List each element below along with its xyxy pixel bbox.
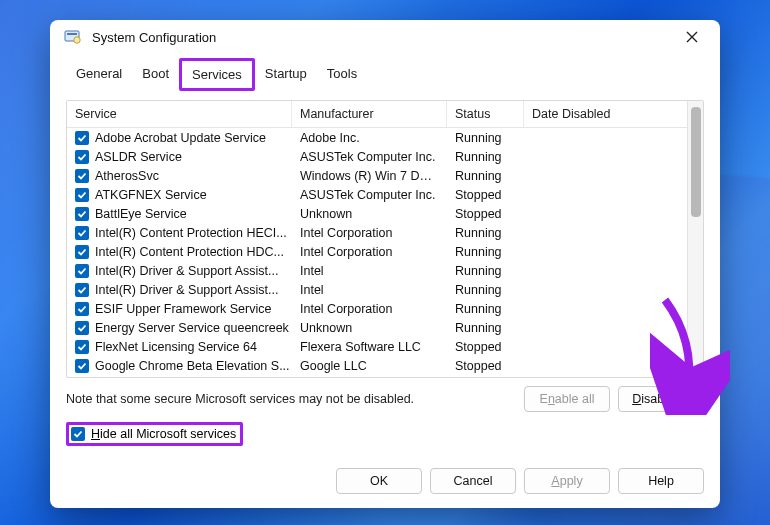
table-row[interactable]: FlexNet Licensing Service 64Flexera Soft… (67, 337, 687, 356)
service-status: Running (447, 223, 524, 242)
service-manufacturer: Flexera Software LLC (292, 337, 447, 356)
service-checkbox[interactable] (75, 283, 89, 297)
hide-microsoft-services-checkbox[interactable]: Hide all Microsoft services (66, 422, 243, 446)
service-date-disabled (524, 280, 664, 299)
service-status: Stopped (447, 337, 524, 356)
service-status: Running (447, 318, 524, 337)
table-row[interactable]: Intel(R) Driver & Support Assist...Intel… (67, 261, 687, 280)
window-title: System Configuration (92, 30, 216, 45)
service-status: Stopped (447, 204, 524, 223)
service-date-disabled (524, 299, 664, 318)
service-checkbox[interactable] (75, 226, 89, 240)
service-name: Energy Server Service queencreek (95, 321, 289, 335)
col-status[interactable]: Status (447, 101, 524, 127)
cancel-button[interactable]: Cancel (430, 468, 516, 494)
service-date-disabled (524, 242, 664, 261)
service-checkbox[interactable] (75, 245, 89, 259)
service-status: Running (447, 147, 524, 166)
close-button[interactable] (678, 23, 706, 51)
service-checkbox[interactable] (75, 340, 89, 354)
col-date-disabled[interactable]: Date Disabled (524, 101, 664, 127)
service-checkbox[interactable] (75, 302, 89, 316)
service-checkbox[interactable] (75, 169, 89, 183)
service-name: Intel(R) Content Protection HDC... (95, 245, 284, 259)
service-date-disabled (524, 261, 664, 280)
service-checkbox[interactable] (75, 131, 89, 145)
table-row[interactable]: Energy Server Service queencreekUnknownR… (67, 318, 687, 337)
apply-button[interactable]: Apply (524, 468, 610, 494)
service-manufacturer: Unknown (292, 318, 447, 337)
table-row[interactable]: ATKGFNEX ServiceASUSTek Computer Inc.Sto… (67, 185, 687, 204)
scrollbar-thumb[interactable] (691, 107, 701, 217)
services-listview: Service Manufacturer Status Date Disable… (66, 100, 704, 378)
col-manufacturer[interactable]: Manufacturer (292, 101, 447, 127)
service-status: Stopped (447, 185, 524, 204)
service-status: Stopped (447, 356, 524, 375)
tab-general[interactable]: General (66, 58, 132, 91)
table-row[interactable]: ASLDR ServiceASUSTek Computer Inc.Runnin… (67, 147, 687, 166)
table-row[interactable]: Google Chrome Beta Elevation S...Google … (67, 356, 687, 375)
table-row[interactable]: Intel(R) Content Protection HDC...Intel … (67, 242, 687, 261)
service-date-disabled (524, 223, 664, 242)
table-row[interactable]: Intel(R) Driver & Support Assist...Intel… (67, 280, 687, 299)
service-date-disabled (524, 204, 664, 223)
service-manufacturer: Intel Corporation (292, 242, 447, 261)
service-status: Running (447, 261, 524, 280)
service-name: FlexNet Licensing Service 64 (95, 340, 257, 354)
service-checkbox[interactable] (75, 264, 89, 278)
service-status: Running (447, 299, 524, 318)
svg-point-2 (74, 37, 80, 43)
vertical-scrollbar[interactable] (687, 101, 703, 377)
service-date-disabled (524, 356, 664, 375)
service-date-disabled (524, 185, 664, 204)
service-manufacturer: Google LLC (292, 356, 447, 375)
service-status: Running (447, 242, 524, 261)
service-name: ESIF Upper Framework Service (95, 302, 271, 316)
service-checkbox[interactable] (75, 207, 89, 221)
service-manufacturer: Intel Corporation (292, 223, 447, 242)
checkbox-icon (71, 427, 85, 441)
services-rows: Adobe Acrobat Update ServiceAdobe Inc.Ru… (67, 128, 687, 375)
service-name: Intel(R) Content Protection HECI... (95, 226, 287, 240)
service-name: Adobe Acrobat Update Service (95, 131, 266, 145)
tab-startup[interactable]: Startup (255, 58, 317, 91)
service-status: Running (447, 280, 524, 299)
service-checkbox[interactable] (75, 321, 89, 335)
service-manufacturer: Adobe Inc. (292, 128, 447, 147)
tab-content: Service Manufacturer Status Date Disable… (50, 92, 720, 456)
table-row[interactable]: Intel(R) Content Protection HECI...Intel… (67, 223, 687, 242)
tab-tools[interactable]: Tools (317, 58, 367, 91)
service-name: Intel(R) Driver & Support Assist... (95, 283, 278, 297)
service-name: Intel(R) Driver & Support Assist... (95, 264, 278, 278)
help-button[interactable]: Help (618, 468, 704, 494)
service-manufacturer: Unknown (292, 204, 447, 223)
service-name: BattlEye Service (95, 207, 187, 221)
disable-all-button[interactable]: Disable all (618, 386, 704, 412)
service-date-disabled (524, 147, 664, 166)
service-manufacturer: Intel (292, 280, 447, 299)
service-status: Running (447, 166, 524, 185)
service-manufacturer: Intel (292, 261, 447, 280)
tab-boot[interactable]: Boot (132, 58, 179, 91)
ok-button[interactable]: OK (336, 468, 422, 494)
table-row[interactable]: AtherosSvcWindows (R) Win 7 DDK p...Runn… (67, 166, 687, 185)
service-checkbox[interactable] (75, 188, 89, 202)
service-name: Google Chrome Beta Elevation S... (95, 359, 290, 373)
table-row[interactable]: ESIF Upper Framework ServiceIntel Corpor… (67, 299, 687, 318)
service-date-disabled (524, 337, 664, 356)
tab-services[interactable]: Services (179, 58, 255, 91)
enable-all-button[interactable]: Enable all (524, 386, 610, 412)
service-date-disabled (524, 128, 664, 147)
service-status: Running (447, 128, 524, 147)
dialog-footer: OK Cancel Apply Help (50, 456, 720, 508)
service-checkbox[interactable] (75, 359, 89, 373)
service-date-disabled (524, 166, 664, 185)
table-row[interactable]: Adobe Acrobat Update ServiceAdobe Inc.Ru… (67, 128, 687, 147)
system-configuration-window: System Configuration General Boot Servic… (50, 20, 720, 508)
table-row[interactable]: BattlEye ServiceUnknownStopped (67, 204, 687, 223)
service-manufacturer: Windows (R) Win 7 DDK p... (292, 166, 447, 185)
col-service[interactable]: Service (67, 101, 292, 127)
service-checkbox[interactable] (75, 150, 89, 164)
msconfig-icon (64, 28, 82, 46)
service-name: ASLDR Service (95, 150, 182, 164)
